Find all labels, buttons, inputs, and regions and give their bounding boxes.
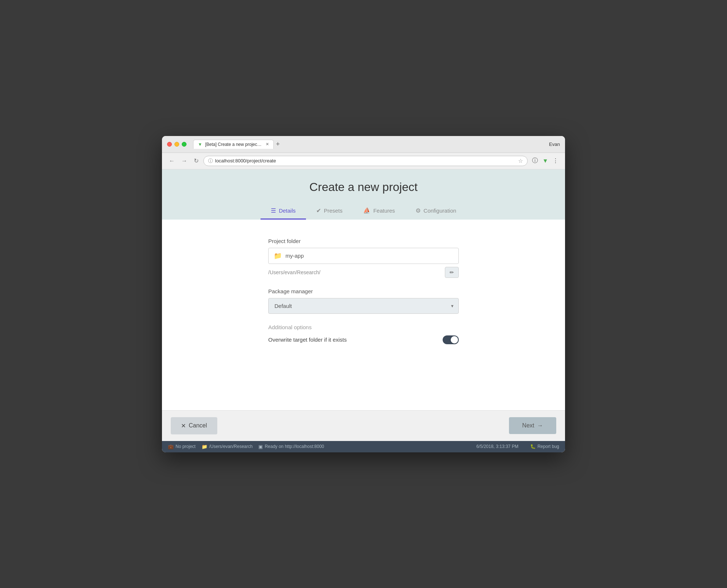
toolbar-icons: ⓘ ▼ ⋮ [531,156,560,165]
tab-presets-label: Presets [324,207,343,214]
tab-favicon-icon: ▼ [198,142,203,147]
status-ready-text: Ready on http://localhost:8000 [265,444,324,449]
toggle-knob [451,336,458,343]
account-icon[interactable]: ⓘ [531,156,539,165]
next-label: Next [522,422,534,429]
menu-icon[interactable]: ⋮ [551,157,560,165]
package-manager-label: Package manager [268,288,459,294]
next-button[interactable]: Next → [509,417,556,434]
overwrite-toggle-row: Overwrite target folder if it exists [268,335,459,344]
action-bar: ✕ Cancel Next → [162,410,565,441]
title-bar: ▼ [Beta] Create a new project - \ ✕ + Ev… [162,136,565,153]
next-arrow-icon: → [537,422,543,429]
package-manager-group: Package manager Default npm yarn pnpm ▾ [268,288,459,314]
status-bar: 💼 No project 📁 /Users/evan/Research ▣ Re… [162,441,565,452]
page-title: Create a new project [169,180,558,194]
bug-icon: 🐛 [530,444,536,449]
folder-icon: 📁 [274,252,282,260]
package-manager-select[interactable]: Default npm yarn pnpm [268,298,459,314]
page-body: Project folder 📁 my-app /Users/evan/Rese… [162,220,565,410]
cancel-icon: ✕ [181,422,186,429]
configuration-icon: ⚙ [416,207,421,214]
tab-configuration-label: Configuration [424,207,456,214]
tab-configuration[interactable]: ⚙ Configuration [405,203,466,220]
reload-button[interactable]: ↻ [192,157,200,165]
overwrite-label-text: Overwrite target folder if it exists [268,337,347,343]
path-row: /Users/evan/Research/ ✏ [268,267,459,278]
status-ready: ▣ Ready on http://localhost:8000 [258,444,324,449]
project-folder-label: Project folder [268,238,459,244]
close-button[interactable] [167,142,172,147]
maximize-button[interactable] [182,142,187,147]
package-manager-select-wrap: Default npm yarn pnpm ▾ [268,298,459,314]
vuejs-icon[interactable]: ▼ [541,157,550,165]
folder-status-icon: 📁 [202,444,207,449]
address-bar-input-wrap: ⓘ ☆ [203,156,528,166]
bookmark-icon[interactable]: ☆ [518,158,523,164]
folder-name-value: my-app [285,253,304,259]
details-icon: ☰ [271,207,276,214]
form-container: Project folder 📁 my-app /Users/evan/Rese… [268,238,459,344]
features-icon: ⛵ [363,207,370,214]
url-input[interactable] [215,158,516,163]
tab-details-label: Details [279,207,296,214]
cancel-button[interactable]: ✕ Cancel [171,417,217,434]
additional-options-section: Additional options Overwrite target fold… [268,324,459,344]
tab-details[interactable]: ☰ Details [261,203,306,220]
edit-path-button[interactable]: ✏ [445,267,459,278]
traffic-lights [167,142,187,147]
cancel-label: Cancel [189,422,207,429]
presets-icon: ✔ [316,207,321,214]
additional-options-label: Additional options [268,324,459,330]
tab-features-label: Features [373,207,395,214]
browser-window: ▼ [Beta] Create a new project - \ ✕ + Ev… [162,136,565,452]
tab-title: [Beta] Create a new project - \ [205,142,262,147]
no-project-text: No project [176,444,196,449]
address-bar: ← → ↻ ⓘ ☆ ⓘ ▼ ⋮ [162,153,565,169]
tab-area: ▼ [Beta] Create a new project - \ ✕ + [193,140,545,149]
forward-button[interactable]: → [180,157,189,165]
tab-presets[interactable]: ✔ Presets [306,203,353,220]
tabs-nav: ☰ Details ✔ Presets ⛵ Features ⚙ Configu… [169,203,558,220]
page-header: Create a new project ☰ Details ✔ Presets… [162,169,565,220]
overwrite-toggle[interactable] [443,335,459,344]
user-label: Evan [549,142,560,147]
terminal-icon: ▣ [258,444,263,449]
new-tab-button[interactable]: + [274,140,282,148]
report-bug-text: Report bug [538,444,559,449]
browser-tab[interactable]: ▼ [Beta] Create a new project - \ ✕ [193,140,274,149]
status-path-text: /Users/evan/Research [209,444,253,449]
project-folder-group: Project folder 📁 my-app /Users/evan/Rese… [268,238,459,278]
status-path: 📁 /Users/evan/Research [202,444,253,449]
briefcase-icon: 💼 [168,444,174,449]
tab-features[interactable]: ⛵ Features [353,203,405,220]
folder-path-text: /Users/evan/Research/ [268,269,320,275]
status-timestamp: 6/5/2018, 3:13:37 PM [476,444,519,449]
minimize-button[interactable] [174,142,179,147]
back-button[interactable]: ← [167,157,177,165]
status-no-project: 💼 No project [168,444,196,449]
folder-input[interactable]: 📁 my-app [268,248,459,264]
info-icon: ⓘ [208,158,213,164]
tab-close-icon[interactable]: ✕ [266,142,269,147]
report-bug-link[interactable]: 🐛 Report bug [530,444,559,449]
